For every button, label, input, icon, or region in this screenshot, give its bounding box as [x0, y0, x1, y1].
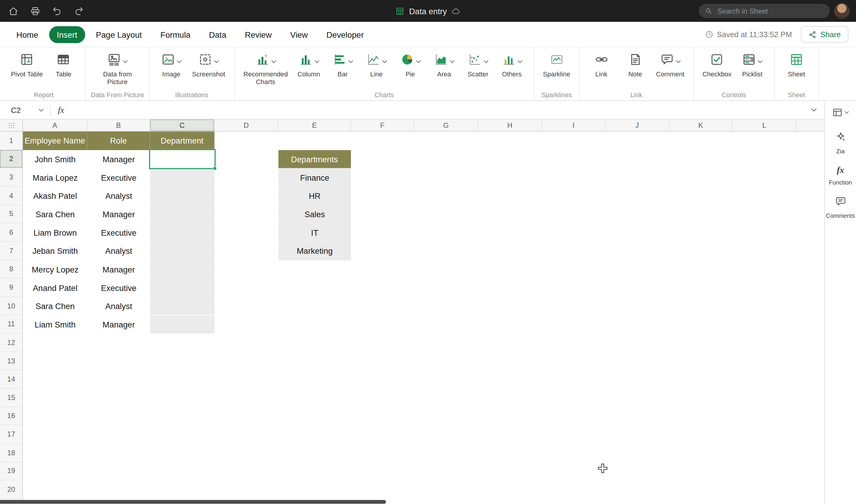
print-button[interactable]: [30, 5, 40, 16]
column-header-partial[interactable]: [797, 120, 824, 131]
row-header-3[interactable]: 3: [0, 168, 22, 187]
ribbon-line-button[interactable]: Line: [360, 51, 393, 79]
table-cell[interactable]: Analyst: [87, 241, 150, 260]
column-header-a[interactable]: A: [23, 120, 87, 131]
ribbon-pivot-table-button[interactable]: Pivot Table: [7, 51, 47, 79]
picklist-option-cell[interactable]: HR: [279, 187, 351, 205]
ribbon-scatter-button[interactable]: Scatter: [461, 51, 495, 79]
table-cell[interactable]: Mercy Lopez: [23, 260, 87, 278]
table-cell[interactable]: Sara Chen: [23, 205, 87, 223]
table-cell-empty[interactable]: [150, 168, 215, 187]
table-cell[interactable]: Manager: [87, 150, 150, 168]
row-header-1[interactable]: 1: [0, 132, 22, 150]
horizontal-scrollbar[interactable]: [0, 500, 386, 504]
column-header-k[interactable]: K: [669, 120, 733, 131]
row-header-20[interactable]: 20: [0, 481, 22, 499]
table-cell-empty[interactable]: [150, 297, 215, 315]
row-header-9[interactable]: 9: [0, 278, 22, 297]
row-header-15[interactable]: 15: [0, 389, 22, 407]
ribbon-checkbox-button[interactable]: Checkbox: [698, 51, 735, 79]
cells-area[interactable]: Employee NameRoleDepartmentJohn SmithMan…: [23, 132, 824, 504]
column-header-i[interactable]: I: [542, 120, 605, 131]
share-button[interactable]: Share: [801, 26, 848, 42]
table-cell[interactable]: Analyst: [87, 297, 150, 315]
ribbon-sparkline-button[interactable]: Sparkline: [539, 51, 574, 79]
select-all-corner[interactable]: [0, 120, 23, 131]
table-cell[interactable]: Jeban Smith: [23, 241, 87, 260]
table-cell[interactable]: Sara Chen: [23, 297, 87, 315]
picklist-option-cell[interactable]: Finance: [279, 168, 351, 187]
ribbon-area-button[interactable]: Area: [427, 51, 461, 79]
table-cell[interactable]: Liam Smith: [23, 315, 87, 334]
column-header-c[interactable]: C: [150, 120, 215, 131]
formula-input[interactable]: [71, 101, 812, 120]
table-header-cell[interactable]: Employee Name: [23, 132, 87, 150]
ribbon-picklist-button[interactable]: Picklist: [735, 51, 769, 79]
picklist-option-cell[interactable]: Marketing: [279, 241, 351, 260]
sheet-view-button[interactable]: [832, 105, 849, 120]
row-header-16[interactable]: 16: [0, 407, 22, 425]
sidebar-item-comments[interactable]: Comments: [825, 191, 856, 224]
name-box[interactable]: C2: [0, 106, 50, 114]
row-header-4[interactable]: 4: [0, 187, 22, 205]
column-header-d[interactable]: D: [215, 120, 279, 131]
ribbon-sheet-button[interactable]: Sheet: [780, 51, 814, 79]
table-cell[interactable]: Manager: [87, 205, 150, 223]
search-input[interactable]: [716, 6, 824, 16]
table-header-cell[interactable]: Role: [87, 132, 150, 150]
table-cell[interactable]: Anand Patel: [23, 278, 87, 297]
ribbon-table-button[interactable]: Table: [47, 51, 81, 79]
column-header-b[interactable]: B: [87, 120, 150, 131]
table-cell-empty[interactable]: [150, 260, 215, 278]
table-cell-empty[interactable]: [150, 241, 215, 260]
column-header-h[interactable]: H: [478, 120, 542, 131]
table-cell[interactable]: John Smith: [23, 150, 87, 168]
sheet-search[interactable]: [699, 4, 830, 18]
row-header-18[interactable]: 18: [0, 444, 22, 462]
picklist-option-cell[interactable]: Sales: [279, 205, 351, 223]
menu-tab-developer[interactable]: Developer: [319, 26, 372, 43]
ribbon-note-button[interactable]: Note: [618, 51, 652, 79]
fx-icon[interactable]: fx: [51, 105, 71, 115]
ribbon-link-button[interactable]: Link: [584, 51, 618, 79]
menu-tab-data[interactable]: Data: [201, 26, 234, 43]
redo-button[interactable]: [73, 5, 84, 16]
picklist-option-cell[interactable]: IT: [279, 223, 351, 242]
row-header-13[interactable]: 13: [0, 352, 22, 370]
ribbon-comment-button[interactable]: Comment: [652, 51, 688, 79]
table-cell[interactable]: Executive: [87, 223, 150, 242]
ribbon-bar-button[interactable]: Bar: [326, 51, 360, 79]
row-header-10[interactable]: 10: [0, 297, 22, 315]
row-header-11[interactable]: 11: [0, 315, 22, 334]
ribbon-others-button[interactable]: Others: [495, 51, 529, 79]
table-cell[interactable]: Executive: [87, 168, 150, 187]
column-header-f[interactable]: F: [351, 120, 414, 131]
fill-handle[interactable]: [213, 167, 217, 170]
menu-tab-page-layout[interactable]: Page Layout: [88, 26, 149, 43]
table-cell-empty[interactable]: [150, 205, 215, 223]
table-header-cell[interactable]: Department: [150, 132, 215, 150]
row-header-14[interactable]: 14: [0, 370, 22, 389]
table-cell[interactable]: Akash Patel: [23, 187, 87, 205]
row-header-17[interactable]: 17: [0, 425, 22, 444]
table-cell-empty[interactable]: [150, 315, 215, 334]
table-cell[interactable]: Liam Brown: [23, 223, 87, 242]
column-header-l[interactable]: L: [733, 120, 797, 131]
undo-button[interactable]: [51, 5, 63, 16]
ribbon-screenshot-button[interactable]: Screenshot: [188, 51, 229, 79]
menu-tab-formula[interactable]: Formula: [153, 26, 198, 43]
sidebar-item-zia[interactable]: Zia: [825, 126, 856, 159]
menu-tab-view[interactable]: View: [283, 26, 316, 43]
column-header-j[interactable]: J: [605, 120, 669, 131]
row-header-2[interactable]: 2: [0, 150, 22, 168]
column-header-e[interactable]: E: [279, 120, 351, 131]
menu-tab-review[interactable]: Review: [237, 26, 279, 43]
ribbon-image-button[interactable]: Image: [155, 51, 189, 79]
row-header-6[interactable]: 6: [0, 223, 22, 242]
column-header-g[interactable]: G: [414, 120, 478, 131]
table-cell-empty[interactable]: [150, 278, 215, 297]
table-cell-empty[interactable]: [150, 223, 215, 242]
table-cell[interactable]: Maria Lopez: [23, 168, 87, 187]
ribbon-column-button[interactable]: Column: [292, 51, 326, 79]
menu-tab-home[interactable]: Home: [8, 26, 46, 43]
